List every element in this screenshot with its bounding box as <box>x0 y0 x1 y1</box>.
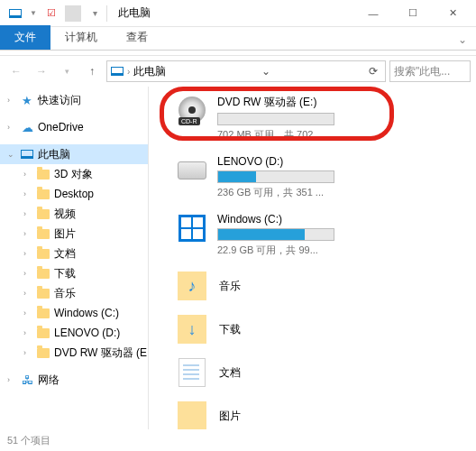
chevron-down-icon[interactable]: ⌄ <box>7 150 16 159</box>
tab-file[interactable]: 文件 <box>0 25 50 50</box>
sidebar-label: Windows (C:) <box>54 307 119 319</box>
search-input[interactable]: 搜索"此电... <box>389 60 471 82</box>
folder-icon <box>36 226 50 241</box>
drive-item[interactable]: LENOVO (D:)236 GB 可用，共 351 ... <box>176 154 469 199</box>
tab-computer[interactable]: 计算机 <box>50 25 112 50</box>
chevron-right-icon[interactable]: › <box>23 289 32 298</box>
drive-item[interactable]: CD-RDVD RW 驱动器 (E:)702 MB 可用，共 702... <box>176 94 469 142</box>
sidebar-item[interactable]: ›3D 对象 <box>0 164 148 184</box>
qat-down-icon[interactable]: ▼ <box>25 5 41 22</box>
sidebar-item[interactable]: ›音乐 <box>0 283 148 303</box>
maximize-button[interactable]: ☐ <box>393 0 433 27</box>
up-button[interactable]: ↑ <box>81 60 103 82</box>
chevron-right-icon[interactable]: › <box>23 328 32 337</box>
hdd-icon <box>178 161 206 179</box>
folder-icon <box>36 207 50 221</box>
chevron-right-icon[interactable]: › <box>23 308 32 318</box>
path-dropdown-icon[interactable]: ⌄ <box>258 65 274 78</box>
path-box[interactable]: › 此电脑 ⌄ ⟳ <box>106 60 386 82</box>
app-icon <box>7 5 23 22</box>
qat-props-icon[interactable]: ☑ <box>43 5 60 22</box>
drive-name: Windows (C:) <box>217 213 469 226</box>
folder-icon <box>36 326 50 340</box>
sidebar-label: 视频 <box>54 207 76 222</box>
sidebar-label: 此电脑 <box>38 147 70 162</box>
capacity-bar <box>217 113 334 125</box>
qat-overflow-icon[interactable]: ▾ <box>87 5 103 22</box>
chevron-right-icon[interactable]: › <box>127 67 130 77</box>
library-item[interactable]: 图片 <box>176 400 469 429</box>
cloud-icon: ☁ <box>20 120 34 134</box>
path-segment[interactable]: 此电脑 <box>133 64 166 79</box>
chevron-right-icon[interactable]: › <box>23 348 32 357</box>
chevron-right-icon[interactable]: › <box>23 229 32 238</box>
sidebar-item[interactable]: ›文档 <box>0 244 148 263</box>
download-icon: ↓ <box>178 315 206 344</box>
library-name: 下载 <box>219 322 241 337</box>
drive-name: LENOVO (D:) <box>217 155 469 168</box>
pc-icon <box>20 147 34 161</box>
sidebar-label: LENOVO (D:) <box>54 327 120 339</box>
sidebar-label: 网络 <box>38 373 60 388</box>
search-placeholder: 搜索"此电... <box>394 64 450 79</box>
drive-name: DVD RW 驱动器 (E:) <box>217 95 469 110</box>
sidebar-item[interactable]: ›图片 <box>0 224 148 244</box>
separator <box>65 5 81 22</box>
sidebar-item[interactable]: ›视频 <box>0 204 148 224</box>
chevron-right-icon[interactable]: › <box>7 375 16 384</box>
doc-icon <box>178 358 206 387</box>
ribbon-expand-icon[interactable]: ⌄ <box>449 30 476 50</box>
minimize-button[interactable]: — <box>353 0 393 27</box>
chevron-right-icon[interactable]: › <box>23 189 32 198</box>
library-item[interactable]: 文档 <box>176 356 469 389</box>
chevron-right-icon[interactable]: › <box>23 269 32 278</box>
quick-access-toolbar: ▼ ☑ ▾ <box>4 5 103 22</box>
capacity-bar <box>217 228 334 241</box>
drive-space: 702 MB 可用，共 702... <box>217 128 469 142</box>
recent-button[interactable]: ▾ <box>56 60 78 82</box>
sidebar-label: 快速访问 <box>38 93 81 108</box>
sidebar-item[interactable]: ›Windows (C:) <box>0 303 148 323</box>
folder-icon <box>36 286 50 300</box>
nav-sidebar: › ★ 快速访问 › ☁ OneDrive ⌄ 此电脑 ›3D 对象›Deskt… <box>0 87 149 429</box>
chevron-right-icon[interactable]: › <box>7 96 16 105</box>
sidebar-item[interactable]: ›Desktop <box>0 184 148 204</box>
library-item[interactable]: ♪音乐 <box>176 270 469 302</box>
back-button[interactable]: ← <box>5 60 27 82</box>
titlebar: ▼ ☑ ▾ 此电脑 — ☐ ✕ <box>0 0 476 27</box>
drive-space: 236 GB 可用，共 351 ... <box>217 186 469 199</box>
windows-icon <box>178 215 206 242</box>
star-icon: ★ <box>20 93 34 107</box>
separator <box>106 5 107 22</box>
pc-icon <box>111 67 124 76</box>
window-title: 此电脑 <box>118 5 151 21</box>
tab-view[interactable]: 查看 <box>112 25 162 50</box>
sidebar-onedrive[interactable]: › ☁ OneDrive <box>0 117 148 137</box>
library-name: 音乐 <box>219 279 241 294</box>
sidebar-this-pc[interactable]: ⌄ 此电脑 <box>0 144 148 164</box>
pic-icon <box>178 401 206 429</box>
drive-space: 22.9 GB 可用，共 99... <box>217 244 469 257</box>
chevron-right-icon[interactable]: › <box>23 209 32 218</box>
library-item[interactable]: ↓下载 <box>176 313 469 345</box>
sidebar-item[interactable]: ›LENOVO (D:) <box>0 323 148 343</box>
music-icon: ♪ <box>178 272 206 300</box>
folder-icon <box>36 266 50 281</box>
folder-icon <box>36 306 50 320</box>
close-button[interactable]: ✕ <box>433 0 472 27</box>
chevron-right-icon[interactable]: › <box>23 170 32 179</box>
address-bar: ← → ▾ ↑ › 此电脑 ⌄ ⟳ 搜索"此电... <box>0 56 476 87</box>
sidebar-label: Desktop <box>54 188 94 200</box>
refresh-icon[interactable]: ⟳ <box>365 65 381 78</box>
sidebar-item[interactable]: ›下载 <box>0 263 148 283</box>
capacity-bar <box>217 170 334 183</box>
library-name: 图片 <box>219 409 241 424</box>
content-pane: CD-RDVD RW 驱动器 (E:)702 MB 可用，共 702...LEN… <box>149 87 476 429</box>
sidebar-quick-access[interactable]: › ★ 快速访问 <box>0 90 148 110</box>
drive-item[interactable]: Windows (C:)22.9 GB 可用，共 99... <box>176 212 469 257</box>
sidebar-item[interactable]: ›DVD RW 驱动器 (E <box>0 343 148 363</box>
chevron-right-icon[interactable]: › <box>7 123 16 132</box>
sidebar-label: 文档 <box>54 246 76 262</box>
sidebar-network[interactable]: › 🖧 网络 <box>0 370 148 390</box>
chevron-right-icon[interactable]: › <box>23 249 32 258</box>
